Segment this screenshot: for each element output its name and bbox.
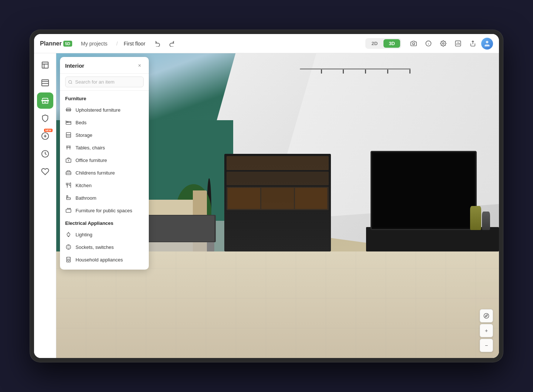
sidebar-item-new[interactable] [37, 128, 53, 144]
panel-search [60, 74, 149, 91]
coffee-table [145, 215, 215, 242]
app-logo: Planner 5D [40, 40, 72, 47]
menu-item-appliances[interactable]: Household appliances [60, 253, 149, 266]
search-input[interactable] [65, 77, 144, 87]
children-icon [65, 169, 72, 176]
bathroom-icon [65, 195, 72, 201]
redo-button[interactable] [165, 37, 178, 50]
main-area: Interior × [34, 53, 499, 358]
undo-redo-group [151, 37, 178, 50]
menu-item-kitchen-label: Kitchen [76, 183, 91, 188]
electrical-category-header: Electrical Appliances [60, 219, 149, 228]
svg-point-4 [442, 43, 444, 44]
share-button[interactable] [466, 37, 479, 50]
info-button[interactable] [422, 37, 435, 50]
panel-title: Interior [65, 62, 84, 69]
right-actions [407, 37, 493, 50]
panel-header: Interior × [60, 57, 149, 74]
tv [371, 151, 477, 230]
view-3d-button[interactable]: 3D [383, 39, 400, 48]
menu-item-public[interactable]: Furniture for public spaces [60, 204, 149, 217]
table-icon [65, 144, 72, 151]
public-icon [65, 207, 72, 214]
zoom-out-button[interactable]: − [480, 339, 493, 352]
menu-item-tables-label: Tables, chairs [76, 145, 105, 151]
tv-stand [366, 227, 499, 251]
viewport[interactable]: Interior × [56, 53, 499, 358]
kitchen-icon [65, 182, 72, 189]
sidebar-item-interior[interactable] [37, 92, 53, 109]
svg-rect-21 [67, 121, 68, 122]
menu-item-tables[interactable]: Tables, chairs [60, 141, 149, 154]
panel-content: Furniture Upholstered furniture [60, 91, 149, 270]
svg-line-20 [71, 83, 72, 84]
bed-icon [65, 119, 72, 126]
sidebar-item-decor[interactable] [37, 110, 53, 126]
menu-item-office[interactable]: Office furniture [60, 154, 149, 166]
compass-button[interactable] [480, 309, 493, 322]
svg-rect-11 [42, 62, 48, 68]
app-window: Planner 5D My projects / First floor [34, 34, 499, 358]
sidebar-item-walls[interactable] [37, 75, 53, 91]
my-projects-link[interactable]: My projects [78, 39, 111, 48]
svg-point-19 [69, 80, 72, 83]
menu-item-beds[interactable]: Beds [60, 116, 149, 129]
svg-rect-37 [67, 257, 71, 262]
menu-item-lighting-label: Lighting [76, 232, 93, 237]
menu-item-sockets[interactable]: Sockets, switches [60, 241, 149, 253]
svg-point-30 [67, 196, 68, 196]
svg-point-0 [412, 43, 415, 45]
top-bar: Planner 5D My projects / First floor [34, 34, 499, 53]
app-name: Planner [40, 40, 62, 47]
svg-point-41 [484, 313, 489, 318]
settings-button[interactable] [437, 37, 449, 50]
menu-item-upholstered-label: Upholstered furniture [76, 107, 120, 113]
view-toggle: 2D 3D [365, 38, 401, 49]
sidebar-item-favorites[interactable] [37, 163, 53, 180]
nav-controls: + − [480, 309, 493, 352]
svg-point-38 [67, 259, 69, 261]
sidebar-item-floorplan[interactable] [37, 57, 53, 73]
svg-rect-12 [41, 80, 48, 86]
menu-item-storage[interactable]: Storage [60, 129, 149, 141]
app-badge: 5D [63, 41, 72, 47]
menu-item-storage-label: Storage [76, 132, 93, 138]
menu-item-childrens[interactable]: Childrens furniture [60, 166, 149, 179]
menu-item-public-label: Furniture for public spaces [76, 208, 132, 213]
chart-button[interactable] [452, 37, 464, 50]
menu-item-sockets-label: Sockets, switches [76, 244, 114, 250]
undo-button[interactable] [151, 37, 164, 50]
nav-separator: / [116, 41, 118, 47]
storage-icon [65, 132, 72, 138]
svg-rect-31 [66, 209, 71, 213]
menu-item-lighting[interactable]: Lighting [60, 228, 149, 241]
left-sidebar [34, 53, 56, 358]
menu-item-beds-label: Beds [76, 120, 87, 125]
socket-icon [65, 244, 72, 250]
sofa-icon [65, 107, 72, 113]
vase-2 [470, 206, 481, 230]
menu-item-upholstered[interactable]: Upholstered furniture [60, 104, 149, 116]
project-name: First floor [124, 41, 145, 47]
svg-marker-42 [485, 315, 487, 317]
menu-item-bathroom-label: Bathroom [76, 195, 96, 201]
device-frame: Planner 5D My projects / First floor [30, 30, 503, 362]
cabinet [224, 154, 331, 251]
svg-rect-22 [66, 132, 71, 137]
search-icon [68, 80, 73, 84]
menu-item-office-label: Office furniture [76, 158, 107, 163]
menu-item-appliances-label: Household appliances [76, 257, 123, 263]
svg-point-10 [486, 41, 489, 43]
view-2d-button[interactable]: 2D [366, 39, 383, 48]
menu-item-bathroom[interactable]: Bathroom [60, 192, 149, 204]
track-rail [300, 68, 410, 70]
interior-panel: Interior × [60, 57, 149, 270]
zoom-in-button[interactable]: + [480, 324, 493, 337]
sidebar-item-clock[interactable] [37, 146, 53, 162]
panel-close-button[interactable]: × [135, 61, 144, 70]
camera-button[interactable] [407, 37, 420, 50]
menu-item-kitchen[interactable]: Kitchen [60, 179, 149, 192]
avatar[interactable] [481, 38, 493, 50]
lighting-icon [65, 231, 72, 238]
office-icon [65, 157, 72, 163]
